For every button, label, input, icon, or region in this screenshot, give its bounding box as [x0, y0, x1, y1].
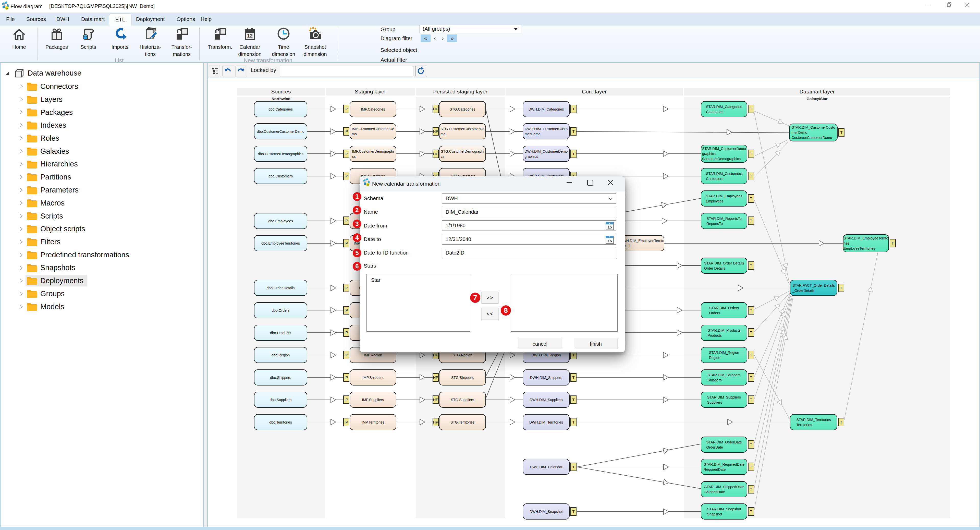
- svg-text:15: 15: [608, 239, 612, 243]
- svg-text:64: 64: [367, 184, 369, 186]
- svg-text:15: 15: [608, 225, 612, 229]
